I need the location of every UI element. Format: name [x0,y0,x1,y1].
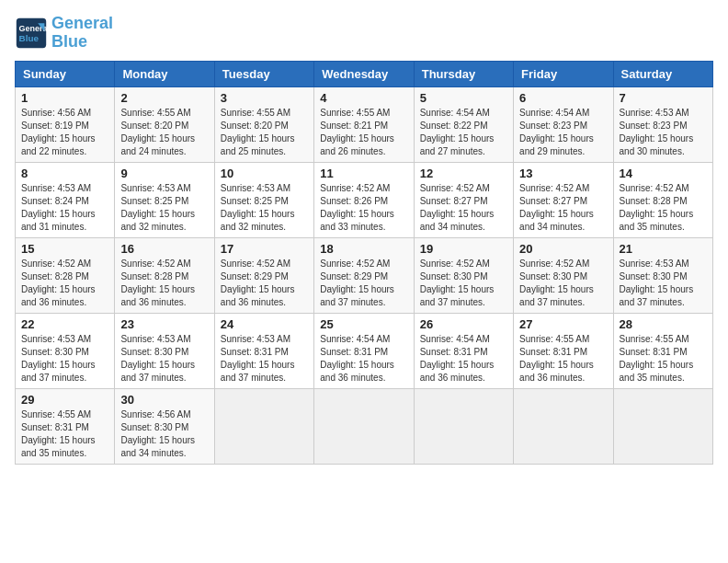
day-info: Sunrise: 4:54 AM Sunset: 8:31 PM Dayligh… [420,333,507,385]
day-number: 3 [221,91,308,105]
day-number: 12 [420,167,507,180]
day-number: 5 [420,91,507,105]
calendar-table: SundayMondayTuesdayWednesdayThursdayFrid… [15,61,713,465]
logo-text: GeneralBlue [51,15,113,52]
calendar-cell: 26 Sunrise: 4:54 AM Sunset: 8:31 PM Dayl… [414,313,513,388]
col-header-monday: Monday [115,61,214,86]
calendar-cell: 30 Sunrise: 4:56 AM Sunset: 8:30 PM Dayl… [115,388,214,464]
day-info: Sunrise: 4:52 AM Sunset: 8:28 PM Dayligh… [21,258,108,309]
day-number: 19 [420,242,507,256]
day-number: 18 [320,242,407,256]
calendar-cell: 8 Sunrise: 4:53 AM Sunset: 8:24 PM Dayli… [16,162,115,237]
calendar-cell: 19 Sunrise: 4:52 AM Sunset: 8:30 PM Dayl… [414,237,513,313]
day-number: 28 [620,317,707,331]
page-header: General Blue GeneralBlue [15,15,713,52]
day-number: 22 [21,317,108,331]
day-number: 23 [120,317,208,331]
day-number: 27 [519,317,607,331]
calendar-cell: 17 Sunrise: 4:52 AM Sunset: 8:29 PM Dayl… [214,237,313,313]
day-info: Sunrise: 4:54 AM Sunset: 8:23 PM Dayligh… [519,107,607,158]
calendar-cell: 4 Sunrise: 4:55 AM Sunset: 8:21 PM Dayli… [314,86,414,162]
day-info: Sunrise: 4:55 AM Sunset: 8:31 PM Dayligh… [519,333,607,385]
calendar-cell: 10 Sunrise: 4:53 AM Sunset: 8:25 PM Dayl… [214,162,313,237]
calendar-cell: 22 Sunrise: 4:53 AM Sunset: 8:30 PM Dayl… [16,313,115,388]
day-info: Sunrise: 4:53 AM Sunset: 8:30 PM Dayligh… [620,258,707,309]
day-info: Sunrise: 4:53 AM Sunset: 8:25 PM Dayligh… [120,182,208,234]
calendar-cell: 1 Sunrise: 4:56 AM Sunset: 8:19 PM Dayli… [16,86,115,162]
day-info: Sunrise: 4:52 AM Sunset: 8:26 PM Dayligh… [320,182,407,234]
day-info: Sunrise: 4:52 AM Sunset: 8:27 PM Dayligh… [420,182,507,234]
col-header-saturday: Saturday [613,61,712,86]
day-number: 21 [620,242,707,256]
logo: General Blue GeneralBlue [15,15,113,52]
day-info: Sunrise: 4:54 AM Sunset: 8:31 PM Dayligh… [320,333,407,385]
day-number: 24 [221,317,308,331]
day-info: Sunrise: 4:55 AM Sunset: 8:31 PM Dayligh… [620,333,707,385]
day-info: Sunrise: 4:53 AM Sunset: 8:31 PM Dayligh… [221,333,308,385]
col-header-thursday: Thursday [414,61,513,86]
calendar-cell: 11 Sunrise: 4:52 AM Sunset: 8:26 PM Dayl… [314,162,414,237]
day-number: 20 [519,242,607,256]
calendar-cell [314,388,414,464]
day-number: 25 [320,317,407,331]
day-number: 10 [221,167,308,180]
calendar-cell: 27 Sunrise: 4:55 AM Sunset: 8:31 PM Dayl… [514,313,613,388]
calendar-cell: 20 Sunrise: 4:52 AM Sunset: 8:30 PM Dayl… [514,237,613,313]
day-info: Sunrise: 4:55 AM Sunset: 8:20 PM Dayligh… [221,107,308,158]
calendar-cell: 3 Sunrise: 4:55 AM Sunset: 8:20 PM Dayli… [214,86,313,162]
col-header-friday: Friday [514,61,613,86]
calendar-cell: 9 Sunrise: 4:53 AM Sunset: 8:25 PM Dayli… [115,162,214,237]
calendar-cell [514,388,613,464]
day-number: 2 [120,91,208,105]
day-info: Sunrise: 4:55 AM Sunset: 8:21 PM Dayligh… [320,107,407,158]
day-info: Sunrise: 4:53 AM Sunset: 8:23 PM Dayligh… [620,107,707,158]
col-header-wednesday: Wednesday [314,61,414,86]
col-header-sunday: Sunday [16,61,115,86]
calendar-cell: 25 Sunrise: 4:54 AM Sunset: 8:31 PM Dayl… [314,313,414,388]
day-info: Sunrise: 4:53 AM Sunset: 8:24 PM Dayligh… [21,182,108,234]
day-number: 9 [120,167,208,180]
day-info: Sunrise: 4:55 AM Sunset: 8:31 PM Dayligh… [21,408,108,460]
day-number: 11 [320,167,407,180]
calendar-cell: 5 Sunrise: 4:54 AM Sunset: 8:22 PM Dayli… [414,86,513,162]
day-number: 14 [620,167,707,180]
calendar-cell: 16 Sunrise: 4:52 AM Sunset: 8:28 PM Dayl… [115,237,214,313]
calendar-cell: 13 Sunrise: 4:52 AM Sunset: 8:27 PM Dayl… [514,162,613,237]
calendar-cell: 23 Sunrise: 4:53 AM Sunset: 8:30 PM Dayl… [115,313,214,388]
calendar-cell: 6 Sunrise: 4:54 AM Sunset: 8:23 PM Dayli… [514,86,613,162]
day-number: 6 [519,91,607,105]
day-info: Sunrise: 4:52 AM Sunset: 8:27 PM Dayligh… [519,182,607,234]
day-number: 13 [519,167,607,180]
day-info: Sunrise: 4:52 AM Sunset: 8:29 PM Dayligh… [221,258,308,309]
calendar-cell [613,388,712,464]
day-number: 29 [21,393,108,407]
day-info: Sunrise: 4:56 AM Sunset: 8:19 PM Dayligh… [21,107,108,158]
day-info: Sunrise: 4:53 AM Sunset: 8:25 PM Dayligh… [221,182,308,234]
day-number: 30 [120,393,208,407]
day-info: Sunrise: 4:52 AM Sunset: 8:30 PM Dayligh… [420,258,507,309]
day-info: Sunrise: 4:53 AM Sunset: 8:30 PM Dayligh… [120,333,208,385]
logo-icon: General Blue [15,17,48,50]
day-number: 7 [620,91,707,105]
day-number: 1 [21,91,108,105]
calendar-cell: 18 Sunrise: 4:52 AM Sunset: 8:29 PM Dayl… [314,237,414,313]
calendar-cell: 2 Sunrise: 4:55 AM Sunset: 8:20 PM Dayli… [115,86,214,162]
calendar-cell: 28 Sunrise: 4:55 AM Sunset: 8:31 PM Dayl… [613,313,712,388]
day-number: 4 [320,91,407,105]
calendar-cell: 29 Sunrise: 4:55 AM Sunset: 8:31 PM Dayl… [16,388,115,464]
day-info: Sunrise: 4:53 AM Sunset: 8:30 PM Dayligh… [21,333,108,385]
calendar-cell: 14 Sunrise: 4:52 AM Sunset: 8:28 PM Dayl… [613,162,712,237]
calendar-cell: 12 Sunrise: 4:52 AM Sunset: 8:27 PM Dayl… [414,162,513,237]
day-info: Sunrise: 4:52 AM Sunset: 8:28 PM Dayligh… [120,258,208,309]
calendar-cell: 15 Sunrise: 4:52 AM Sunset: 8:28 PM Dayl… [16,237,115,313]
day-number: 15 [21,242,108,256]
day-number: 8 [21,167,108,180]
calendar-cell: 7 Sunrise: 4:53 AM Sunset: 8:23 PM Dayli… [613,86,712,162]
col-header-tuesday: Tuesday [214,61,313,86]
calendar-cell [414,388,513,464]
day-info: Sunrise: 4:52 AM Sunset: 8:28 PM Dayligh… [620,182,707,234]
day-info: Sunrise: 4:52 AM Sunset: 8:30 PM Dayligh… [519,258,607,309]
day-info: Sunrise: 4:55 AM Sunset: 8:20 PM Dayligh… [120,107,208,158]
day-info: Sunrise: 4:56 AM Sunset: 8:30 PM Dayligh… [120,408,208,460]
calendar-cell: 24 Sunrise: 4:53 AM Sunset: 8:31 PM Dayl… [214,313,313,388]
